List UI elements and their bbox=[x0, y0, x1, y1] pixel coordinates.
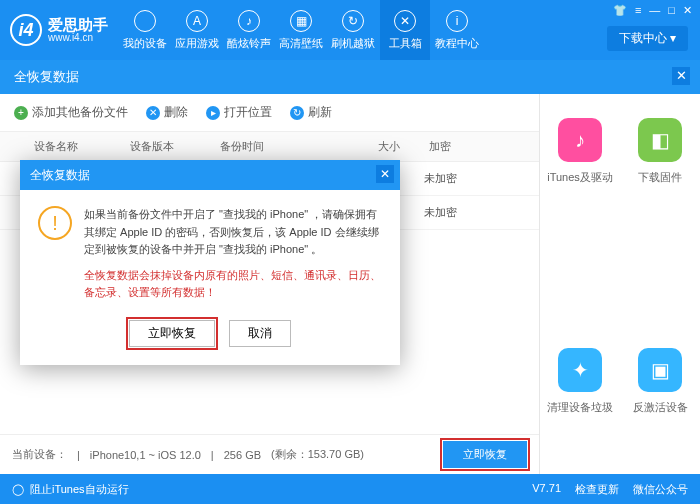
bell-icon: ♪ bbox=[238, 10, 260, 32]
table-header: 设备名称 设备版本 备份时间 大小 加密 bbox=[0, 132, 539, 162]
nav-tutorials[interactable]: i教程中心 bbox=[432, 0, 482, 60]
warning-icon: ! bbox=[38, 206, 72, 240]
main-nav: 我的设备 A应用游戏 ♪酷炫铃声 ▦高清壁纸 ↻刷机越狱 ✕工具箱 i教程中心 bbox=[120, 0, 482, 60]
panel-title: 全恢复数据 bbox=[14, 68, 79, 86]
download-center-button[interactable]: 下载中心 ▾ bbox=[607, 26, 688, 51]
device-bar: 当前设备： | iPhone10,1 ~ iOS 12.0 | 256 GB (… bbox=[0, 434, 539, 474]
device-storage: 256 GB bbox=[224, 449, 261, 461]
apple-icon bbox=[134, 10, 156, 32]
nav-my-device[interactable]: 我的设备 bbox=[120, 0, 170, 60]
tile-itunes-driver[interactable]: ♪iTunes及驱动 bbox=[540, 118, 620, 208]
plus-icon: + bbox=[14, 106, 28, 120]
col-encrypt[interactable]: 加密 bbox=[410, 139, 470, 154]
toolbar: +添加其他备份文件 ✕删除 ▸打开位置 ↻刷新 bbox=[0, 94, 539, 132]
col-time[interactable]: 备份时间 bbox=[220, 139, 340, 154]
current-device-label: 当前设备： bbox=[12, 447, 67, 462]
dialog-warning: 全恢复数据会抹掉设备内原有的照片、短信、通讯录、日历、备忘录、设置等所有数据！ bbox=[84, 267, 382, 302]
device-remain: (剩余：153.70 GB) bbox=[271, 447, 364, 462]
version-label: V7.71 bbox=[532, 482, 561, 497]
tile-deactivate[interactable]: ▣反激活设备 bbox=[620, 348, 700, 438]
col-version[interactable]: 设备版本 bbox=[130, 139, 220, 154]
open-location-button[interactable]: ▸打开位置 bbox=[206, 104, 272, 121]
radio-icon[interactable]: ◯ bbox=[12, 483, 24, 496]
refresh-icon: ↻ bbox=[290, 106, 304, 120]
delete-button[interactable]: ✕删除 bbox=[146, 104, 188, 121]
flash-icon: ↻ bbox=[342, 10, 364, 32]
image-icon: ▦ bbox=[290, 10, 312, 32]
panel-close-icon[interactable]: ✕ bbox=[672, 67, 690, 85]
logo-icon: i4 bbox=[10, 14, 42, 46]
close-icon[interactable]: ✕ bbox=[683, 4, 692, 17]
panel-header: 全恢复数据 ✕ bbox=[0, 60, 700, 94]
device-icon: ▣ bbox=[638, 348, 682, 392]
music-icon: ♪ bbox=[558, 118, 602, 162]
minimize-icon[interactable]: — bbox=[649, 4, 660, 17]
col-size[interactable]: 大小 bbox=[340, 139, 410, 154]
wechat-button[interactable]: 微信公众号 bbox=[633, 482, 688, 497]
nav-toolbox[interactable]: ✕工具箱 bbox=[380, 0, 430, 60]
dialog-ok-button[interactable]: 立即恢复 bbox=[129, 320, 215, 347]
dialog-text: 如果当前备份文件中开启了 "查找我的 iPhone" ，请确保拥有其绑定 App… bbox=[84, 206, 382, 302]
tools-icon: ✕ bbox=[394, 10, 416, 32]
nav-ringtones[interactable]: ♪酷炫铃声 bbox=[224, 0, 274, 60]
titlebar: i4 爱思助手 www.i4.cn 我的设备 A应用游戏 ♪酷炫铃声 ▦高清壁纸… bbox=[0, 0, 700, 60]
maximize-icon[interactable]: □ bbox=[668, 4, 675, 17]
app-logo: i4 爱思助手 www.i4.cn bbox=[10, 14, 108, 46]
menu-icon[interactable]: ≡ bbox=[635, 4, 641, 17]
nav-flash[interactable]: ↻刷机越狱 bbox=[328, 0, 378, 60]
block-itunes-label[interactable]: 阻止iTunes自动运行 bbox=[30, 482, 129, 497]
refresh-button[interactable]: ↻刷新 bbox=[290, 104, 332, 121]
dialog-message: 如果当前备份文件中开启了 "查找我的 iPhone" ，请确保拥有其绑定 App… bbox=[84, 206, 382, 259]
col-name[interactable]: 设备名称 bbox=[0, 139, 130, 154]
x-icon: ✕ bbox=[146, 106, 160, 120]
window-controls: 👕 ≡ — □ ✕ bbox=[613, 4, 692, 17]
tile-clean-device[interactable]: ✦清理设备垃圾 bbox=[540, 348, 620, 438]
broom-icon: ✦ bbox=[558, 348, 602, 392]
statusbar: ◯ 阻止iTunes自动运行 V7.71 检查更新 微信公众号 bbox=[0, 474, 700, 504]
info-icon: i bbox=[446, 10, 468, 32]
dialog-cancel-button[interactable]: 取消 bbox=[229, 320, 291, 347]
device-model: iPhone10,1 ~ iOS 12.0 bbox=[90, 449, 201, 461]
cube-icon: ◧ bbox=[638, 118, 682, 162]
dialog-header[interactable]: 全恢复数据 ✕ bbox=[20, 160, 400, 190]
nav-wallpaper[interactable]: ▦高清壁纸 bbox=[276, 0, 326, 60]
apps-icon: A bbox=[186, 10, 208, 32]
side-tiles: ♪iTunes及驱动 ◧下载固件 ✦清理设备垃圾 ▣反激活设备 bbox=[540, 94, 700, 474]
confirm-dialog: 全恢复数据 ✕ ! 如果当前备份文件中开启了 "查找我的 iPhone" ，请确… bbox=[20, 160, 400, 365]
check-update-button[interactable]: 检查更新 bbox=[575, 482, 619, 497]
nav-apps[interactable]: A应用游戏 bbox=[172, 0, 222, 60]
app-name: 爱思助手 bbox=[48, 17, 108, 32]
tile-download-firmware[interactable]: ◧下载固件 bbox=[620, 118, 700, 208]
restore-now-button[interactable]: 立即恢复 bbox=[443, 441, 527, 468]
add-backup-button[interactable]: +添加其他备份文件 bbox=[14, 104, 128, 121]
dialog-title: 全恢复数据 bbox=[30, 167, 90, 184]
folder-icon: ▸ bbox=[206, 106, 220, 120]
app-url: www.i4.cn bbox=[48, 32, 108, 43]
skin-icon[interactable]: 👕 bbox=[613, 4, 627, 17]
dialog-close-icon[interactable]: ✕ bbox=[376, 165, 394, 183]
